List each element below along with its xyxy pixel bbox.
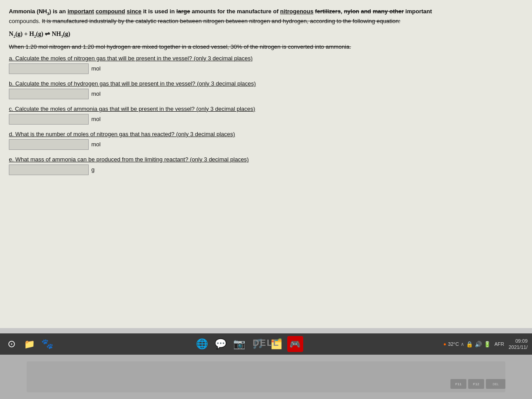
question-c-unit: mol	[91, 116, 101, 122]
temperature-display: ●	[443, 341, 446, 347]
del-key[interactable]: DEL	[486, 379, 505, 389]
question-e-unit: g	[91, 166, 94, 173]
browser-icon[interactable]: 🌐	[194, 336, 210, 352]
taskbar-right: ● 32°C ∧ 🔒 🔊 🔋 AFR 09:09 2021/11/	[443, 338, 528, 351]
systray: ● 32°C ∧ 🔒 🔊 🔋 AFR	[443, 341, 506, 348]
question-d-input[interactable]	[9, 139, 89, 150]
question-e-answer-row: g	[9, 164, 523, 175]
question-e-block: e. What mass of ammonia can be produced …	[9, 156, 523, 175]
chemical-equation: N2(g) + H2(g) ⇌ NH3(g)	[9, 30, 523, 39]
question-b-unit: mol	[91, 90, 101, 97]
question-d-answer-row: mol	[9, 139, 523, 150]
network-icon: 🔒	[466, 341, 473, 348]
date-display: 2021/11/	[509, 344, 528, 350]
question-a-unit: mol	[91, 65, 101, 72]
animal-icon[interactable]: 🐾	[40, 337, 54, 351]
question-d-label: d. What is the number of moles of nitrog…	[9, 131, 523, 137]
files-button[interactable]: 📁	[22, 337, 36, 351]
question-d-unit: mol	[91, 141, 101, 148]
question-e-input[interactable]	[9, 164, 89, 175]
intro-paragraph: Ammonia (NH3) is an important compound s…	[9, 7, 523, 26]
question-c-input[interactable]	[9, 114, 89, 125]
question-b-input[interactable]	[9, 89, 89, 99]
taskbar-center: 🌐 💬 📷 🎵 🗂️ 🎮	[194, 336, 303, 352]
temperature-value: 32°C	[448, 341, 459, 347]
question-c-label: c. Calculate the moles of ammonia gas th…	[9, 106, 523, 112]
question-b-label: b. Calculate the moles of hydrogen gas t…	[9, 80, 523, 87]
chat-icon[interactable]: 💬	[213, 336, 229, 352]
audio-icon[interactable]: 🔊	[475, 341, 482, 348]
question-e-label: e. What mass of ammonia can be produced …	[9, 156, 523, 163]
game-icon[interactable]: 🎮	[287, 336, 303, 352]
battery-icon: 🔋	[484, 341, 491, 348]
document-area: Ammonia (NH3) is an important compound s…	[0, 0, 532, 328]
question-d-block: d. What is the number of moles of nitrog…	[9, 131, 523, 150]
ammonia-word: Ammonia (NH3) is an important compound s…	[9, 8, 432, 15]
search-button[interactable]: ⊙	[4, 337, 19, 351]
taskbar-left: ⊙ 📁 🐾	[4, 337, 54, 351]
time-date-display: 09:09 2021/11/	[509, 338, 528, 351]
question-c-answer-row: mol	[9, 114, 523, 125]
language-label: AFR	[494, 341, 504, 347]
question-c-block: c. Calculate the moles of ammonia gas th…	[9, 106, 523, 125]
laptop-bezel: F11 F12 DEL	[0, 355, 532, 399]
time-display: 09:09	[509, 338, 528, 344]
keyboard-area: F11 F12 DEL	[27, 361, 505, 392]
chevron-up-icon[interactable]: ∧	[461, 341, 464, 347]
question-b-answer-row: mol	[9, 89, 523, 99]
f11-key[interactable]: F11	[450, 379, 466, 389]
question-a-answer-row: mol	[9, 63, 523, 74]
f12-key[interactable]: F12	[468, 379, 484, 389]
question-a-block: a. Calculate the moles of nitrogen gas t…	[9, 55, 523, 74]
brand-label: DELL	[253, 338, 279, 348]
question-a-input[interactable]	[9, 63, 89, 74]
question-b-block: b. Calculate the moles of hydrogen gas t…	[9, 80, 523, 99]
camera-icon[interactable]: 📷	[231, 336, 247, 352]
condition-text: When 1.20 mol nitrogen and 1.20 mol hydr…	[9, 43, 523, 51]
question-a-label: a. Calculate the moles of nitrogen gas t…	[9, 55, 523, 62]
